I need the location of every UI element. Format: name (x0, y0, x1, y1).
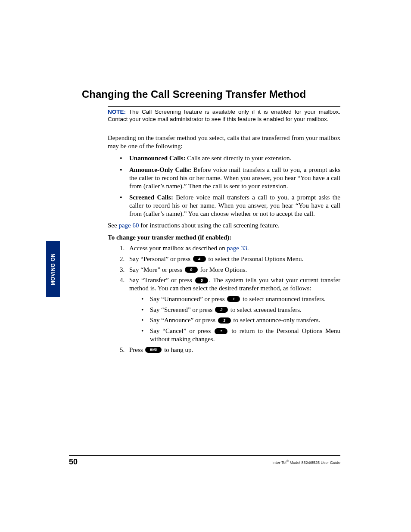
substep-text: Say “Unannounced” or press (150, 296, 226, 302)
step-text: Say “Transfer” or press (129, 277, 194, 283)
list-item: Say “Cancel” or press * to return to the… (141, 327, 340, 343)
footer-suffix: Model 8524/8525 User Guide (289, 460, 340, 465)
footer-rule (69, 455, 340, 456)
page-content: Changing the Call Screening Transfer Met… (82, 88, 340, 356)
page-heading: Changing the Call Screening Transfer Met… (82, 88, 340, 100)
key-5-icon: 5 (195, 277, 208, 283)
step-item: Say “More” or press 9 for More Options. (120, 266, 340, 274)
step-text: Say “Personal” or press (129, 255, 192, 262)
step-item: Say “Personal” or press 4 to select the … (120, 255, 340, 263)
list-item: Announce-Only Calls: Before voice mail t… (120, 166, 340, 190)
transfer-types-list: Unannounced Calls: Calls are sent direct… (108, 154, 340, 218)
section-tab: MOVING ON (46, 241, 60, 297)
step-text: . (247, 245, 249, 252)
key-star-icon: * (215, 328, 227, 334)
step-text: Press (129, 346, 144, 353)
substep-text: Say “Cancel” or press (150, 327, 214, 334)
step-text: Say “More” or press (129, 266, 184, 273)
term: Announce-Only Calls: (129, 166, 191, 173)
list-item: Say “Screened” or press 2 to select scre… (141, 306, 340, 314)
list-item: Screened Calls: Before voice mail transf… (120, 193, 340, 218)
substep-text: Say “Screened” or press (150, 306, 214, 313)
term-text: Calls are sent directly to your extensio… (185, 155, 291, 162)
step-text: for More Options. (199, 266, 247, 273)
substeps-list: Say “Unannounced” or press 1 to select u… (129, 295, 340, 343)
key-1-icon: 1 (227, 296, 240, 302)
term: Screened Calls: (129, 194, 173, 201)
footer-brand: Inter-Tel (272, 460, 286, 465)
key-2-icon: 2 (215, 307, 228, 313)
see-pre: See (108, 222, 118, 229)
key-end-icon: END (145, 347, 162, 353)
substep-text: to select announce-only transfers. (232, 317, 320, 324)
note-box: NOTE: The Call Screening feature is avai… (108, 106, 340, 126)
step-item: Say “Transfer” or press 5. The system te… (120, 276, 340, 343)
see-line: See page 60 for instructions about using… (108, 221, 340, 230)
key-4-icon: 4 (193, 256, 206, 262)
substep-text: to select screened transfers. (229, 306, 302, 313)
page-link[interactable]: page 60 (118, 222, 139, 229)
term: Unannounced Calls: (129, 155, 185, 162)
see-post: for instructions about using the call sc… (139, 222, 280, 229)
list-item: Say “Announce” or press 3 to select anno… (141, 316, 340, 324)
step-item: Access your mailbox as described on page… (120, 244, 340, 252)
intro-paragraph: Depending on the transfer method you sel… (108, 134, 340, 150)
substep-text: to select unannounced transfers. (241, 296, 325, 302)
key-3-icon: 3 (218, 317, 231, 324)
step-item: Press END to hang up. (120, 346, 340, 354)
step-text: to select the Personal Options Menu. (207, 255, 304, 262)
page-link[interactable]: page 33 (227, 245, 247, 252)
procedure-steps: Access your mailbox as described on page… (108, 244, 340, 354)
step-text: Access your mailbox as described on (129, 245, 227, 252)
substep-text: Say “Announce” or press (150, 317, 217, 324)
key-9-icon: 9 (185, 267, 198, 273)
procedure-heading: To change your transfer method (if enabl… (108, 233, 340, 242)
page-number: 50 (69, 457, 78, 467)
list-item: Say “Unannounced” or press 1 to select u… (141, 295, 340, 303)
footer-doc-title: Inter-Tel® Model 8524/8525 User Guide (272, 460, 340, 465)
body-column: NOTE: The Call Screening feature is avai… (108, 106, 340, 354)
note-text: The Call Screening feature is available … (108, 109, 340, 122)
note-label: NOTE: (108, 109, 126, 115)
step-text: to hang up. (162, 346, 193, 353)
section-tab-label: MOVING ON (50, 253, 56, 286)
list-item: Unannounced Calls: Calls are sent direct… (120, 154, 340, 162)
